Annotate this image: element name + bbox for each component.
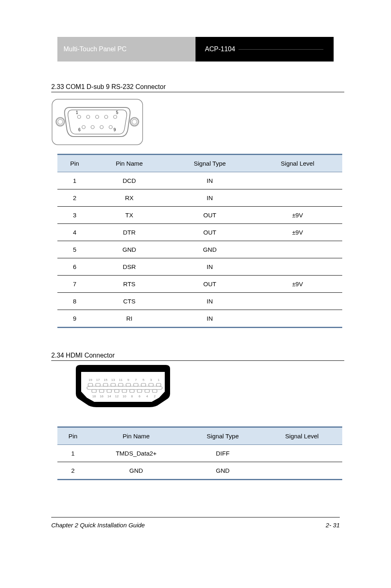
table-cell [253, 293, 342, 310]
header-right: ACP-1104 [196, 37, 334, 62]
header-left-text: Multi-Touch Panel PC [64, 46, 127, 53]
table-cell: IN [167, 172, 253, 189]
table-row: 1DCDIN [57, 172, 342, 189]
table-cell: TX [92, 207, 167, 224]
table-cell [253, 310, 342, 328]
th-signaltype: Signal Type [167, 155, 253, 172]
svg-rect-18 [111, 383, 116, 386]
table-cell: OUT [167, 276, 253, 293]
pin-label-1: 1 [76, 110, 78, 115]
section-title-text: 2.34 HDMI Connector [51, 352, 115, 359]
svg-rect-27 [100, 390, 104, 392]
svg-rect-28 [107, 390, 111, 392]
table-cell: TMDS_Data2+ [89, 445, 184, 462]
table-cell: 9 [57, 310, 92, 328]
pin-label: 5 [143, 378, 145, 382]
table-cell [261, 445, 342, 462]
table-cell [253, 172, 342, 189]
table-cell: IN [167, 310, 253, 328]
pin-label: 8 [131, 394, 133, 398]
pin-label: 14 [107, 394, 111, 398]
pin-label: 12 [115, 394, 119, 398]
table-row: 2GNDGND [57, 462, 342, 480]
hdmi-connector-diagram: 191715131197531 18161412108642 [70, 363, 176, 416]
table-row: 3TXOUT±9V [57, 207, 342, 224]
table-cell: DTR [92, 224, 167, 241]
table-cell: GND [184, 462, 262, 480]
pin-label: 17 [96, 378, 100, 382]
table-cell: ±9V [253, 276, 342, 293]
svg-rect-17 [103, 383, 108, 386]
db9-connector-diagram: 1 5 6 9 [51, 98, 143, 146]
table-cell: ±9V [253, 207, 342, 224]
table-cell: GND [167, 241, 253, 258]
pin-label: 13 [111, 378, 115, 382]
pin-label: 11 [119, 378, 123, 382]
th-signallevel: Signal Level [261, 427, 342, 445]
table-cell: CTS [92, 293, 167, 310]
th-pinname: Pin Name [89, 427, 184, 445]
table-cell [253, 258, 342, 276]
th-pin: Pin [57, 427, 89, 445]
table-cell: RTS [92, 276, 167, 293]
footer-page: 2- 31 [326, 522, 340, 529]
pin-label: 19 [89, 378, 92, 382]
section-title-text: 2.33 COM1 D-sub 9 RS-232 Connector [51, 83, 166, 90]
pin-label-6: 6 [78, 128, 81, 132]
pin-label: 15 [104, 378, 107, 382]
svg-rect-19 [118, 383, 123, 386]
table-cell: OUT [167, 224, 253, 241]
table-cell: 6 [57, 258, 92, 276]
svg-rect-16 [96, 383, 100, 386]
header-left: Multi-Touch Panel PC [57, 37, 196, 62]
pin-label-9: 9 [114, 128, 116, 132]
pin-label-5: 5 [116, 110, 118, 115]
hdmi-pinout-table: Pin Pin Name Signal Type Signal Level 1T… [57, 426, 342, 480]
section-title-hdmi: 2.34 HDMI Connector [51, 352, 344, 361]
svg-rect-24 [157, 383, 161, 386]
th-signallevel: Signal Level [253, 155, 342, 172]
table-cell: IN [167, 258, 253, 276]
table-cell: DSR [92, 258, 167, 276]
svg-rect-33 [145, 390, 150, 392]
com1-table: Pin Pin Name Signal Type Signal Level 1D… [57, 154, 342, 328]
svg-rect-26 [92, 390, 96, 392]
svg-rect-21 [134, 383, 138, 386]
table-cell: IN [167, 293, 253, 310]
table-cell: DIFF [184, 445, 262, 462]
pin-label: 2 [154, 394, 156, 398]
pin-label: 7 [135, 378, 137, 382]
svg-rect-22 [141, 383, 146, 386]
table-row: 4DTROUT±9V [57, 224, 342, 241]
table-cell: 7 [57, 276, 92, 293]
pin-label: 18 [92, 394, 96, 398]
pin-label: 3 [150, 378, 152, 382]
svg-rect-34 [152, 390, 157, 392]
pin-label: 1 [158, 378, 160, 382]
table-cell: 4 [57, 224, 92, 241]
pin-label: 9 [127, 378, 130, 382]
table-cell: 3 [57, 207, 92, 224]
table-row: 1TMDS_Data2+DIFF [57, 445, 342, 462]
svg-rect-30 [122, 390, 127, 392]
th-signaltype: Signal Type [184, 427, 262, 445]
svg-rect-20 [126, 383, 131, 386]
hdmi-table: Pin Pin Name Signal Type Signal Level 1T… [57, 426, 342, 480]
th-pin: Pin [57, 155, 92, 172]
svg-rect-15 [88, 383, 93, 386]
table-cell: IN [167, 189, 253, 207]
table-row: 2RXIN [57, 189, 342, 207]
table-cell: RI [92, 310, 167, 328]
table-cell: 2 [57, 189, 92, 207]
table-row: 8CTSIN [57, 293, 342, 310]
section-title-com1: 2.33 COM1 D-sub 9 RS-232 Connector [51, 83, 344, 92]
table-row: 9RIIN [57, 310, 342, 328]
table-cell [253, 241, 342, 258]
pin-label: 16 [100, 394, 104, 398]
table-cell: GND [89, 462, 184, 480]
table-cell: 5 [57, 241, 92, 258]
table-cell: 8 [57, 293, 92, 310]
table-cell [261, 462, 342, 480]
table-cell: GND [92, 241, 167, 258]
pin-label: 4 [146, 394, 148, 398]
